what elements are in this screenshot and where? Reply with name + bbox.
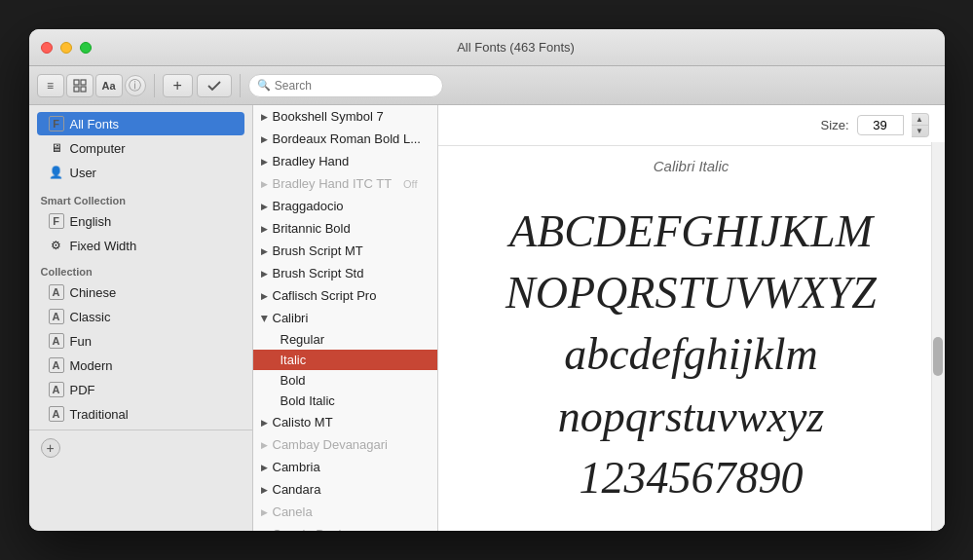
expand-triangle: ▶: [261, 291, 268, 301]
font-subitem-label: Bold: [281, 373, 306, 388]
font-item-label: Braggadocio: [273, 199, 344, 213]
svg-rect-0: [74, 80, 79, 85]
list-item[interactable]: ▶ Brush Script Std: [253, 262, 437, 284]
search-input[interactable]: [275, 79, 434, 93]
expand-triangle: ▶: [261, 440, 268, 450]
main-content: F All Fonts 🖥 Computer 👤 User Smart Coll…: [29, 105, 945, 531]
maximize-button[interactable]: [80, 42, 92, 54]
preview-text-area: ABCDEFGHIJKLM NOPQRSTUVWXYZ abcdefghijkl…: [438, 178, 945, 531]
sidebar-item-classic[interactable]: A Classic: [37, 305, 244, 328]
sidebar-item-pdf[interactable]: A PDF: [37, 378, 244, 401]
modern-icon: A: [49, 357, 64, 373]
svg-rect-2: [74, 87, 79, 92]
font-item-label: Britannic Bold: [273, 221, 351, 236]
font-item-label: Brush Script Std: [273, 266, 364, 280]
list-item[interactable]: ▶ Bookshell Symbol 7: [253, 105, 437, 128]
sidebar-item-all-fonts[interactable]: F All Fonts: [37, 112, 244, 135]
list-item[interactable]: Bold Italic: [253, 391, 437, 411]
sidebar-item-fixed-width[interactable]: ⚙ Fixed Width: [37, 234, 244, 257]
sidebar-item-computer[interactable]: 🖥 Computer: [37, 136, 244, 160]
toolbar-separator-1: [154, 74, 155, 97]
grid-icon: [73, 79, 87, 93]
fixed-width-label: Fixed Width: [70, 239, 137, 253]
smart-collection-header: Smart Collection: [29, 187, 252, 208]
size-down[interactable]: ▼: [912, 126, 928, 136]
list-item[interactable]: ▶ Bordeaux Roman Bold L...: [253, 128, 437, 150]
toolbar: ≡ Aa ⓘ + 🔍: [29, 66, 945, 105]
english-label: English: [70, 214, 112, 229]
size-label: Size:: [821, 118, 849, 132]
minimize-button[interactable]: [60, 42, 72, 54]
expand-triangle: ▶: [261, 134, 268, 144]
close-button[interactable]: [41, 42, 53, 54]
add-collection-button[interactable]: +: [41, 438, 60, 458]
preview-scrollbar-track[interactable]: [931, 142, 945, 531]
sidebar-item-user[interactable]: 👤 User: [37, 161, 244, 184]
expand-triangle: ▶: [261, 179, 268, 189]
expand-triangle: ▶: [261, 157, 268, 167]
modern-label: Modern: [70, 358, 113, 373]
expand-triangle: ▶: [261, 246, 268, 256]
expand-triangle: ▶: [261, 224, 268, 234]
size-stepper[interactable]: ▲ ▼: [912, 113, 929, 137]
list-item[interactable]: ▶ Candara: [253, 478, 437, 501]
list-item[interactable]: ▶ Calibri: [253, 307, 437, 329]
list-item[interactable]: ▶ Canela Deck: [253, 523, 437, 531]
list-item[interactable]: Italic: [253, 350, 437, 370]
list-item[interactable]: ▶ Braggadocio: [253, 195, 437, 217]
preview-button[interactable]: Aa: [95, 74, 123, 97]
classic-label: Classic: [70, 310, 111, 324]
add-font-button[interactable]: +: [163, 74, 193, 97]
fixed-width-icon: ⚙: [49, 238, 64, 253]
preview-line-4: nopqrstuvwxyz: [558, 390, 824, 443]
toolbar-separator-2: [240, 74, 241, 97]
preview-line-5: 1234567890: [580, 451, 804, 504]
search-icon: 🔍: [257, 79, 271, 92]
sidebar-item-modern[interactable]: A Modern: [37, 354, 244, 377]
sidebar: F All Fonts 🖥 Computer 👤 User Smart Coll…: [29, 105, 253, 531]
list-item[interactable]: ▶ Cambria: [253, 456, 437, 478]
view-controls: ≡ Aa ⓘ: [37, 74, 146, 97]
list-item[interactable]: ▶ Bradley Hand: [253, 150, 437, 172]
list-item[interactable]: ▶ Caflisch Script Pro: [253, 284, 437, 307]
list-view-button[interactable]: ≡: [37, 74, 64, 97]
app-window: All Fonts (463 Fonts) ≡ Aa ⓘ +: [29, 29, 945, 531]
preview-header: Size: ▲ ▼: [438, 105, 945, 146]
size-up[interactable]: ▲: [912, 114, 928, 126]
font-item-label: Bordeaux Roman Bold L...: [273, 131, 421, 146]
computer-icon: 🖥: [49, 140, 64, 156]
sidebar-item-traditional[interactable]: A Traditional: [37, 402, 244, 426]
sidebar-item-chinese[interactable]: A Chinese: [37, 280, 244, 304]
list-item[interactable]: ▶ Brush Script MT: [253, 240, 437, 262]
preview-scrollbar-thumb[interactable]: [933, 337, 943, 376]
list-item[interactable]: ▶ Cambay Devanagari: [253, 433, 437, 456]
chinese-label: Chinese: [70, 285, 117, 300]
off-badge: Off: [403, 178, 417, 190]
font-item-label: Canela Deck: [273, 527, 345, 531]
fun-icon: A: [49, 333, 64, 349]
english-icon: F: [49, 213, 64, 229]
list-item[interactable]: ▶ Britannic Bold: [253, 217, 437, 240]
collection-header: Collection: [29, 258, 252, 280]
check-button[interactable]: [197, 74, 232, 97]
font-subitem-label: Italic: [281, 353, 307, 367]
computer-label: Computer: [70, 141, 126, 156]
expand-triangle: ▶: [259, 315, 269, 321]
fun-label: Fun: [70, 334, 92, 349]
list-item[interactable]: ▶ Bradley Hand ITC TT Off: [253, 172, 437, 195]
sidebar-item-english[interactable]: F English: [37, 209, 244, 233]
list-item[interactable]: Bold: [253, 370, 437, 391]
size-input[interactable]: [857, 115, 904, 135]
user-icon: 👤: [49, 165, 64, 180]
preview-line-2: NOPQRSTUVWXYZ: [505, 266, 877, 319]
list-item[interactable]: ▶ Canela: [253, 501, 437, 523]
grid-view-button[interactable]: [66, 74, 94, 97]
font-item-label: Caflisch Script Pro: [273, 288, 377, 303]
checkmark-icon: [207, 80, 221, 92]
sidebar-item-fun[interactable]: A Fun: [37, 329, 244, 353]
list-item[interactable]: ▶ Calisto MT: [253, 411, 437, 433]
info-button[interactable]: ⓘ: [125, 75, 146, 96]
font-subitem-label: Regular: [281, 332, 325, 347]
titlebar: All Fonts (463 Fonts): [29, 29, 945, 66]
list-item[interactable]: Regular: [253, 329, 437, 350]
